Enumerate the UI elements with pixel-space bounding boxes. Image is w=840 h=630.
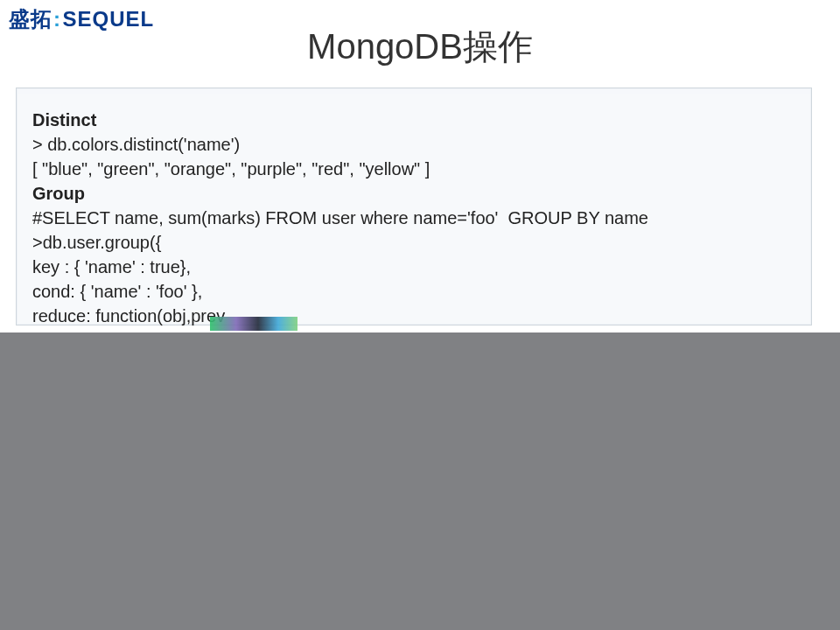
code-line: [ "blue", "green", "orange", "purple", "… bbox=[32, 159, 430, 178]
code-line: reduce: function(obj,prev bbox=[32, 306, 225, 326]
code-line: >db.user.group({ bbox=[32, 233, 161, 252]
code-line: cond: { 'name' : 'foo' }, bbox=[32, 282, 202, 301]
code-line: key : { 'name' : true}, bbox=[32, 257, 191, 276]
code-content: Distinct > db.colors.distinct('name') [ … bbox=[17, 88, 811, 328]
artifact-strip bbox=[210, 317, 298, 331]
code-panel: Distinct > db.colors.distinct('name') [ … bbox=[16, 88, 812, 326]
heading-group: Group bbox=[32, 184, 85, 203]
heading-distinct: Distinct bbox=[32, 110, 96, 130]
code-line: #SELECT name, sum(marks) FROM user where… bbox=[32, 208, 648, 228]
page-title: MongoDB操作 bbox=[0, 23, 840, 71]
occluded-region bbox=[0, 332, 840, 630]
code-line: > db.colors.distinct('name') bbox=[32, 135, 240, 154]
